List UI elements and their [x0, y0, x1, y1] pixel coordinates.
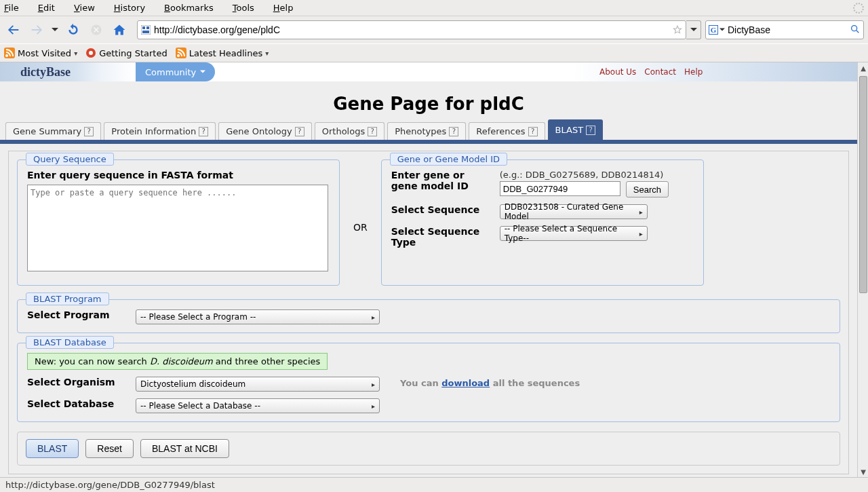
svg-rect-2 — [142, 26, 145, 29]
legend-query-sequence: Query Sequence — [26, 153, 114, 166]
browser-menubar: File Edit View History Bookmarks Tools H… — [0, 0, 868, 16]
rss-folder-icon — [4, 48, 15, 58]
vertical-scrollbar[interactable]: ▲ ▼ — [857, 62, 868, 477]
download-note: You can download all the sequences — [400, 377, 580, 388]
query-sequence-textarea[interactable] — [27, 185, 328, 271]
status-text: http://dictybase.org/gene/DDB_G0277949/b… — [5, 480, 215, 490]
gene-id-input[interactable] — [500, 181, 620, 196]
legend-blast-program: BLAST Program — [26, 292, 109, 305]
menu-history[interactable]: History — [114, 3, 155, 13]
reload-button[interactable] — [64, 20, 83, 39]
chevron-updown-icon: ▸ — [639, 208, 643, 216]
back-button[interactable] — [4, 20, 23, 39]
link-help[interactable]: Help — [684, 67, 703, 77]
fieldset-blast-program: BLAST Program Select Program -- Please S… — [17, 299, 840, 333]
tab-gene-summary[interactable]: Gene Summary? — [5, 122, 101, 140]
rss-icon — [176, 48, 186, 58]
scroll-thumb[interactable] — [859, 76, 867, 293]
site-logo-text: dictyBase — [20, 65, 71, 79]
scroll-down-icon[interactable]: ▼ — [858, 466, 868, 477]
svg-rect-6 — [4, 48, 15, 58]
select-organism[interactable]: Dictyostelium discoideum▸ — [136, 377, 380, 392]
label-select-sequence-type: Select Sequence Type — [391, 226, 492, 248]
forward-button — [27, 20, 46, 39]
menu-file[interactable]: File — [4, 3, 28, 13]
fieldset-blast-database: BLAST Database New: you can now search D… — [17, 343, 840, 422]
help-icon[interactable]: ? — [295, 127, 304, 136]
bookmarks-toolbar: Most Visited▾ Getting Started Latest Hea… — [0, 43, 868, 62]
download-link[interactable]: download — [441, 378, 490, 388]
menu-bookmarks[interactable]: Bookmarks — [164, 3, 223, 13]
home-button[interactable] — [110, 20, 129, 39]
site-nav-community[interactable]: Community — [136, 62, 215, 81]
blast-at-ncbi-button[interactable]: BLAST at NCBI — [140, 439, 229, 458]
help-icon[interactable]: ? — [449, 127, 458, 136]
arrow-left-icon — [6, 22, 21, 37]
browser-navbar: G — [0, 16, 868, 43]
menu-edit[interactable]: Edit — [38, 3, 64, 13]
menu-tools[interactable]: Tools — [233, 3, 264, 13]
label-select-database: Select Database — [27, 398, 127, 409]
site-header-links: About Us Contact Help — [572, 62, 857, 81]
bookmark-getting-started[interactable]: Getting Started — [85, 48, 167, 58]
link-about-us[interactable]: About Us — [599, 67, 636, 77]
site-favicon-icon — [140, 24, 151, 35]
url-bar[interactable] — [137, 20, 686, 39]
select-sequence[interactable]: DDB0231508 - Curated Gene Model▸ — [500, 204, 648, 219]
button-row: BLAST Reset BLAST at NCBI — [17, 432, 840, 466]
fieldset-gene-id: Gene or Gene Model ID Enter gene or gene… — [381, 159, 704, 286]
label-select-program: Select Program — [27, 309, 127, 320]
search-bar[interactable]: G — [705, 20, 864, 39]
bookmark-star-icon[interactable] — [672, 24, 683, 35]
tab-phenotypes[interactable]: Phenotypes? — [387, 122, 466, 140]
scroll-up-icon[interactable]: ▲ — [858, 62, 868, 73]
label-gene-id: Enter gene or gene model ID — [391, 170, 492, 191]
page-viewport: ▲ ▼ dictyBase Community About Us Contact… — [0, 62, 868, 477]
help-icon[interactable]: ? — [199, 127, 208, 136]
select-sequence-type[interactable]: -- Please Select a Sequence Type--▸ — [500, 226, 648, 241]
tab-row: Gene Summary? Protein Information? Gene … — [0, 124, 857, 144]
select-database[interactable]: -- Please Select a Database --▸ — [136, 398, 380, 413]
chevron-down-icon — [200, 69, 205, 75]
svg-rect-3 — [146, 26, 149, 29]
chevron-down-icon — [690, 26, 697, 33]
help-icon[interactable]: ? — [368, 127, 377, 136]
help-icon[interactable]: ? — [586, 126, 595, 135]
gene-id-search-button[interactable]: Search — [626, 181, 669, 197]
svg-point-11 — [177, 54, 180, 57]
reload-icon — [66, 23, 80, 37]
page-title: Gene Page for pldC — [0, 81, 857, 124]
link-contact[interactable]: Contact — [644, 67, 676, 77]
bookmark-most-visited[interactable]: Most Visited▾ — [4, 48, 77, 58]
stop-button — [87, 20, 106, 39]
menu-view[interactable]: View — [74, 3, 104, 13]
site-logo-region[interactable]: dictyBase — [0, 62, 136, 81]
select-program[interactable]: -- Please Select a Program --▸ — [136, 309, 380, 324]
blast-button[interactable]: BLAST — [26, 439, 79, 458]
legend-gene-id: Gene or Gene Model ID — [390, 153, 507, 166]
tab-protein-information[interactable]: Protein Information? — [104, 122, 216, 140]
reset-button[interactable]: Reset — [85, 439, 134, 458]
help-icon[interactable]: ? — [84, 127, 94, 136]
label-select-sequence: Select Sequence — [391, 204, 492, 215]
search-go-icon[interactable] — [850, 24, 861, 37]
arrow-right-icon — [29, 22, 44, 37]
menu-help[interactable]: Help — [273, 3, 303, 13]
tab-references[interactable]: References? — [469, 122, 545, 140]
url-input[interactable] — [151, 22, 672, 38]
tab-orthologs[interactable]: Orthologs? — [315, 122, 384, 140]
search-input[interactable] — [725, 22, 850, 38]
label-select-organism: Select Organism — [27, 377, 127, 387]
nav-history-dropdown[interactable] — [50, 26, 60, 33]
label-query-sequence: Enter query sequence in FASTA format — [27, 170, 330, 181]
bookmark-latest-headlines[interactable]: Latest Headlines▾ — [176, 48, 269, 58]
chevron-updown-icon: ▸ — [372, 402, 375, 410]
url-history-dropdown[interactable] — [686, 20, 701, 39]
blast-form: Query Sequence Enter query sequence in F… — [8, 151, 849, 474]
tab-blast[interactable]: BLAST? — [548, 119, 604, 140]
help-icon[interactable]: ? — [528, 127, 538, 136]
tab-gene-ontology[interactable]: Gene Ontology? — [218, 122, 311, 140]
site-header: dictyBase Community About Us Contact Hel… — [0, 62, 857, 81]
search-engine-icon[interactable]: G — [709, 25, 725, 35]
chevron-updown-icon: ▸ — [639, 230, 643, 238]
